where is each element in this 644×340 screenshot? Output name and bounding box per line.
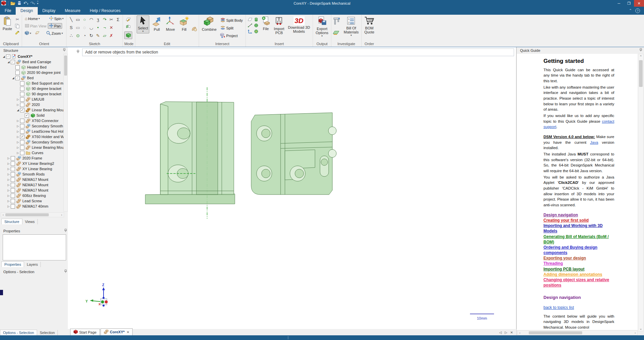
spin-button[interactable]: Spin▾ <box>48 16 65 21</box>
tree-expand-arrow-icon[interactable]: ▷ <box>16 125 20 128</box>
pin-icon[interactable] <box>64 229 67 233</box>
sketch-ellipse-icon[interactable]: ⊙ <box>74 31 81 39</box>
tree-expand-arrow-icon[interactable]: ▷ <box>7 205 10 208</box>
tree-visibility-checkbox[interactable]: ✓ <box>11 60 15 64</box>
sketch-construction-line-icon[interactable]: ∴ <box>68 31 74 39</box>
topic-link-importing-pcb-layout[interactable]: Importing PCB layout <box>543 266 614 272</box>
document-tab-start-page[interactable]: Start Page <box>70 329 100 335</box>
zoom-button[interactable]: Zoom▾ <box>45 30 64 36</box>
quick-guide-vertical-scrollbar[interactable]: ⌃ ⌄ <box>638 54 644 331</box>
collapse-ribbon-icon[interactable]: ⌃ <box>629 8 632 13</box>
tree-visibility-checkbox[interactable] <box>20 151 24 155</box>
sketch-three-point-arc-icon[interactable]: ◡ <box>88 23 95 31</box>
next-document-icon[interactable]: ▷ <box>505 331 507 334</box>
tree-item[interactable]: ◢✓CoreXY* <box>1 54 64 59</box>
topic-link-creating-your-first-solid[interactable]: Creating your first solid <box>543 218 614 223</box>
close-tab-icon[interactable]: ✕ <box>127 330 129 334</box>
properties-value-box[interactable] <box>3 234 66 260</box>
tree-expand-arrow-icon[interactable]: ▷ <box>16 135 20 138</box>
bom-quote-button[interactable]: BOM Quote <box>363 15 376 35</box>
sketch-point-icon[interactable]: • <box>95 23 101 31</box>
tree-expand-arrow-icon[interactable]: ▷ <box>7 184 10 187</box>
tree-item[interactable]: ▷NEMA17 Mount <box>1 182 64 188</box>
insert-sphere-button[interactable] <box>254 23 259 29</box>
pan-button[interactable]: Pan <box>48 23 62 29</box>
export-options-button[interactable]: Export Options▾ <box>314 15 330 38</box>
tree-item[interactable]: ▷LMUU8 <box>1 97 64 102</box>
tree-expand-arrow-icon[interactable]: ▷ <box>16 130 20 133</box>
tree-item[interactable]: ▷LeadScrew Nut Hold <box>1 129 64 134</box>
project-button[interactable]: Project <box>219 32 244 39</box>
sketch-trim-icon[interactable]: ✂ <box>108 15 115 23</box>
view-cube-button[interactable]: ▾ <box>23 30 32 36</box>
tab-layers[interactable]: Layers <box>24 262 41 267</box>
tree-item[interactable]: 90 degree bracket <box>1 86 64 91</box>
tree-visibility-checkbox[interactable] <box>11 194 15 198</box>
tree-visibility-checkbox[interactable] <box>15 65 20 70</box>
sketch-rectangle-icon[interactable]: ▭ <box>74 15 81 23</box>
tab-properties[interactable]: Properties <box>1 261 24 267</box>
tree-item[interactable]: ▷608zz Bearing <box>1 193 64 198</box>
fill-tool-button[interactable]: Fill <box>178 15 190 32</box>
menu-tab-display[interactable]: Display <box>38 7 60 15</box>
tree-item[interactable]: ▷Curves <box>1 150 64 155</box>
tree-visibility-checkbox[interactable] <box>20 81 24 86</box>
tree-item[interactable]: ▷Linear Bearing Mour <box>1 145 64 150</box>
insert-cylinder-button[interactable] <box>254 17 259 23</box>
tree-item[interactable]: ▷NEMA17 40mm <box>1 204 64 209</box>
sketch-offset-icon[interactable]: ◔ <box>81 31 88 39</box>
topic-link-exporting-your-design[interactable]: Exporting your design <box>543 255 614 261</box>
pin-icon[interactable] <box>639 48 642 52</box>
tree-item[interactable]: ▷✓XT60 Holder and Wi <box>1 134 64 139</box>
tree-item[interactable]: ▷XY Linear Bearing <box>1 166 64 172</box>
tree-item[interactable]: ▷Secondary Smooth F <box>1 139 64 145</box>
sketch-tangent-arc-icon[interactable]: ◠ <box>88 15 95 23</box>
tree-visibility-checkbox[interactable] <box>15 71 20 75</box>
orientation-triad[interactable]: Z Y x <box>86 283 108 307</box>
sketch-dashed-rectangle-icon[interactable]: ▭ <box>74 23 81 31</box>
sketch-construction-circle-icon[interactable]: ◌ <box>81 23 88 31</box>
import-pcb-button[interactable]: Import PCB <box>273 15 286 36</box>
tree-visibility-checkbox[interactable]: ✓ <box>6 54 10 59</box>
tree-item[interactable]: ◢✓Linear Bearing Mour <box>1 107 64 113</box>
right-bracket-body[interactable] <box>251 113 336 195</box>
topic-link-ordering-and-buying-design-components[interactable]: Ordering and Buying design components <box>543 245 614 255</box>
quick-guide-link[interactable]: Java <box>590 140 598 144</box>
pin-icon[interactable] <box>64 269 67 274</box>
combine-button[interactable]: Combine <box>200 15 218 32</box>
copy-button[interactable] <box>14 23 20 29</box>
split-button[interactable]: Split <box>219 25 244 31</box>
download-3d-models-button[interactable]: 3D Download 3D Models <box>287 15 311 34</box>
back-to-topics-link[interactable]: back to topics list <box>543 305 574 311</box>
tree-collapse-arrow-icon[interactable]: ◢ <box>16 109 20 112</box>
sketch-split-icon[interactable]: ✕ <box>108 23 115 31</box>
maximize-button[interactable]: ❐ <box>624 0 634 7</box>
tree-collapse-arrow-icon[interactable]: ◢ <box>2 55 6 58</box>
help-icon[interactable]: ? <box>635 8 640 13</box>
tree-visibility-checkbox[interactable] <box>11 172 15 177</box>
tree-visibility-checkbox[interactable]: ✓ <box>20 135 24 139</box>
sketch-delete-icon[interactable]: ✗ <box>108 31 115 39</box>
tree-visibility-checkbox[interactable]: ✓ <box>25 113 29 118</box>
mass-properties-button[interactable] <box>333 30 341 36</box>
topic-link-threading[interactable]: Threading <box>543 261 614 266</box>
tree-item[interactable]: ▷Smooth Rods <box>1 172 64 177</box>
scroll-up-icon[interactable]: ⌃ <box>638 55 643 59</box>
tree-item[interactable]: ▷Lead Screw <box>1 198 64 204</box>
tree-expand-arrow-icon[interactable]: ▷ <box>7 189 10 192</box>
tab-views[interactable]: Views <box>22 219 38 224</box>
quick-guide-horizontal-scrollbar[interactable]: ‹› <box>517 330 638 335</box>
close-document-icon[interactable]: ✕ <box>510 331 513 334</box>
tree-item[interactable]: ◢✓Bed <box>1 75 64 81</box>
tree-visibility-checkbox[interactable]: ✓ <box>20 108 24 112</box>
left-bracket-body[interactable] <box>145 102 235 204</box>
tree-item[interactable]: Heated Bed <box>1 65 64 70</box>
design-canvas[interactable]: Add or remove objects from the selection <box>68 47 516 329</box>
tree-visibility-checkbox[interactable] <box>11 188 15 193</box>
split-body-button[interactable]: Split Body <box>219 17 244 24</box>
tree-visibility-checkbox[interactable] <box>11 178 15 182</box>
menu-tab-help-resources[interactable]: Help / Resources <box>85 7 125 15</box>
topic-link-generating-bill-of-materials-bom-bom-[interactable]: Generating Bill of Materials (BoM / BOM) <box>543 234 614 245</box>
docked-panel-handle[interactable] <box>0 290 3 295</box>
scroll-down-icon[interactable]: ⌄ <box>638 327 643 330</box>
